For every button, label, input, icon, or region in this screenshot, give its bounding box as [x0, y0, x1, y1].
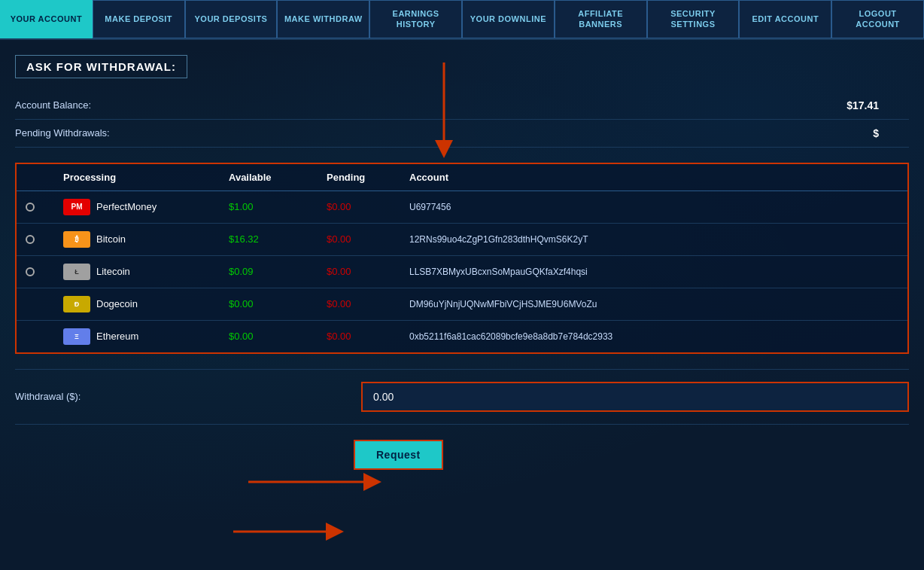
main-content: ASK FOR WITHDRAWAL: Account Balance: $17… [0, 40, 924, 500]
processor-name: Dogecoin [96, 298, 138, 309]
nav-item-security-settings[interactable]: SECURITY SETTINGS [647, 0, 740, 38]
radio-button[interactable] [26, 235, 35, 244]
account-balance-label: Account Balance: [15, 99, 181, 111]
col-available: Available [229, 172, 327, 183]
ltc-icon: Ł [63, 264, 90, 280]
radio-button[interactable] [26, 267, 35, 276]
available-amount: $0.09 [229, 266, 327, 277]
section-title: ASK FOR WITHDRAWAL: [15, 55, 187, 78]
processor-name: Bitcoin [96, 233, 126, 245]
button-row: Request [15, 425, 909, 485]
account-balance-value: $17.41 [846, 99, 909, 111]
radio-col [26, 235, 63, 244]
pending-amount: $0.00 [327, 233, 409, 245]
processor-name: PerfectMoney [96, 201, 157, 212]
withdrawal-table: Processing Available Pending Account PMP… [15, 163, 909, 354]
withdrawal-label: Withdrawal ($): [15, 391, 166, 402]
col-pending: Pending [327, 172, 409, 183]
nav-item-edit-account[interactable]: EDIT ACCOUNT [739, 0, 831, 38]
pending-withdrawals-value: $ [873, 127, 909, 139]
account-address: LLSB7XBMyxUBcxnSoMpauGQKfaXzf4hqsi [409, 267, 898, 277]
available-amount: $0.00 [229, 331, 327, 342]
nav-item-your-account[interactable]: YOUR ACCOUNT [0, 0, 93, 38]
account-address: 12RNs99uo4cZgP1Gfn283dthHQvmS6K2yT [409, 234, 898, 245]
processor-name: Litecoin [96, 266, 130, 277]
pending-amount: $0.00 [327, 201, 409, 212]
account-address: DM96uYjNnjUQNwMFbiVCjHSJME9U6MVoZu [409, 299, 898, 309]
table-header: Processing Available Pending Account [17, 164, 907, 191]
col-account: Account [409, 172, 898, 183]
pm-icon: PM [63, 199, 90, 215]
table-row: ₿Bitcoin$16.32$0.0012RNs99uo4cZgP1Gfn283… [17, 224, 907, 256]
btc-icon: ₿ [63, 231, 90, 248]
processor-col: PMPerfectMoney [63, 199, 229, 215]
available-amount: $16.32 [229, 233, 327, 245]
withdrawal-row: Withdrawal ($): [15, 369, 909, 425]
nav-item-your-deposits[interactable]: YOUR DEPOSITS [185, 0, 278, 38]
eth-icon: Ξ [63, 328, 90, 345]
processor-name: Ethereum [96, 331, 138, 342]
col-processing: Processing [63, 172, 229, 183]
radio-col [26, 203, 63, 212]
request-button[interactable]: Request [354, 440, 443, 470]
table-row: ŁLitecoin$0.09$0.00LLSB7XBMyxUBcxnSoMpau… [17, 256, 907, 288]
available-amount: $0.00 [229, 298, 327, 309]
col-radio [26, 172, 63, 183]
table-row: ΞEthereum$0.00$0.000xb5211f6a81cac62089b… [17, 321, 907, 352]
nav-item-make-withdraw[interactable]: MAKE WITHDRAW [277, 0, 369, 38]
pending-amount: $0.00 [327, 298, 409, 309]
nav-item-earnings-history[interactable]: EARNINGS HISTORY [369, 0, 462, 38]
nav-item-make-deposit[interactable]: MAKE DEPOSIT [93, 0, 185, 38]
withdrawal-input[interactable] [361, 382, 909, 412]
nav-item-your-downline[interactable]: YOUR DOWNLINE [462, 0, 555, 38]
table-body: PMPerfectMoney$1.00$0.00U6977456₿Bitcoin… [17, 191, 907, 352]
table-row: ÐDogecoin$0.00$0.00DM96uYjNnjUQNwMFbiVCj… [17, 288, 907, 321]
doge-icon: Ð [63, 296, 90, 312]
account-address: 0xb5211f6a81cac62089bcfe9e8a8db7e784dc29… [409, 331, 898, 342]
radio-button[interactable] [26, 203, 35, 212]
pending-amount: $0.00 [327, 266, 409, 277]
right-arrow-button [233, 520, 369, 543]
pending-amount: $0.00 [327, 331, 409, 342]
pending-withdrawals-row: Pending Withdrawals: $ [15, 120, 909, 148]
radio-col [26, 267, 63, 276]
available-amount: $1.00 [229, 201, 327, 212]
nav-item-logout-account[interactable]: LOGOUT ACCOUNT [831, 0, 924, 38]
processor-col: ΞEthereum [63, 328, 229, 345]
account-address: U6977456 [409, 202, 898, 212]
navigation: YOUR ACCOUNTMAKE DEPOSITYOUR DEPOSITSMAK… [0, 0, 924, 40]
pending-withdrawals-label: Pending Withdrawals: [15, 127, 181, 139]
nav-item-affiliate-banners[interactable]: AFFILIATE BANNERS [555, 0, 647, 38]
table-row: PMPerfectMoney$1.00$0.00U6977456 [17, 191, 907, 224]
processor-col: ÐDogecoin [63, 296, 229, 312]
account-balance-row: Account Balance: $17.41 [15, 92, 909, 120]
processor-col: ŁLitecoin [63, 264, 229, 280]
processor-col: ₿Bitcoin [63, 231, 229, 248]
